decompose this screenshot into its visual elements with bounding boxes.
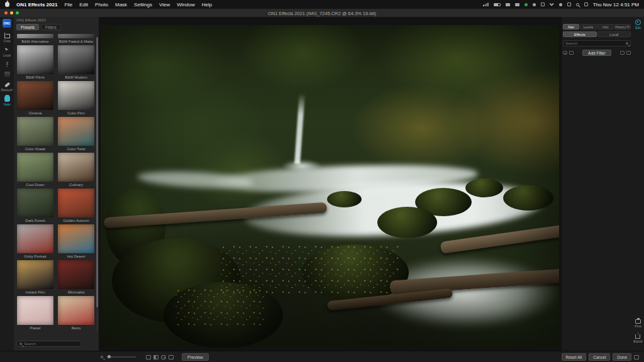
tool-view[interactable]: View: [1, 96, 13, 106]
compare-view-icon[interactable]: [153, 355, 158, 359]
menu-edit[interactable]: Edit: [79, 2, 88, 8]
preset-b-w-faded-matte[interactable]: B&W Faded & Matte: [58, 34, 94, 43]
tab-filters[interactable]: Filters: [41, 24, 61, 30]
tool-label: View: [4, 102, 11, 106]
preview-button[interactable]: Preview: [182, 353, 209, 361]
search-icon[interactable]: [576, 3, 579, 6]
done-button[interactable]: Done: [613, 353, 631, 361]
preset-pastel[interactable]: Pastel: [17, 296, 53, 330]
tool-local[interactable]: Local: [1, 47, 13, 57]
reset-all-button[interactable]: Reset All: [562, 353, 587, 361]
preset-minimalist[interactable]: Minimalist: [58, 260, 94, 294]
preset-color-grade[interactable]: Color Grade: [17, 117, 53, 151]
menu-photo[interactable]: Photo: [95, 2, 108, 8]
preset-b-w-films[interactable]: B&W Films: [17, 45, 53, 79]
menu-window[interactable]: Window: [177, 2, 194, 8]
preset-scrollbar[interactable]: [96, 36, 98, 331]
filter-options-icon[interactable]: [626, 51, 631, 55]
export-button[interactable]: Export: [633, 332, 642, 343]
delete-filter-icon[interactable]: [620, 51, 625, 55]
preset-b-w-alternative[interactable]: B&W Alternative: [17, 34, 53, 43]
tab-local[interactable]: Local: [597, 31, 631, 37]
preset-instant-film[interactable]: Instant Film: [17, 260, 53, 294]
rock: [377, 207, 437, 238]
view-mode-icons: [146, 355, 174, 359]
cancel-button[interactable]: Cancel: [589, 353, 610, 361]
wifi-icon[interactable]: [550, 3, 554, 6]
menu-bar-clock[interactable]: Thu Nov 12 4:51 PM: [593, 2, 639, 8]
presets-panel-header: ON1 Effects 2021: [16, 18, 46, 22]
tool-retouch[interactable]: Retouch: [1, 82, 13, 92]
status-icons: [483, 3, 588, 6]
show-original-eye-icon[interactable]: [161, 355, 166, 359]
preset-culinary[interactable]: Culinary: [58, 153, 94, 187]
preset-retro[interactable]: Retro: [58, 296, 94, 330]
menu-help[interactable]: Help: [202, 2, 212, 8]
preset-thumbnail: [58, 45, 94, 74]
tab-effects[interactable]: Effects: [563, 31, 597, 37]
bottom-bar: Preview Reset All Cancel Done: [0, 351, 644, 362]
tab-presets[interactable]: Presets: [16, 24, 39, 30]
rock: [503, 185, 553, 211]
menu-on1-effects-2021[interactable]: ON1 Effects 2021: [16, 2, 57, 8]
green-status-dot-icon[interactable]: [525, 3, 528, 6]
split-view-icon[interactable]: [169, 355, 174, 359]
globe-icon[interactable]: [559, 3, 562, 6]
history-refresh-icon: ↻: [626, 25, 630, 29]
zoom-slider-knob[interactable]: [108, 355, 111, 358]
cellular-signal-icon[interactable]: [483, 3, 489, 6]
preset-label: Culinary: [58, 183, 94, 187]
autumn-leaves: [220, 244, 399, 293]
menu-view[interactable]: View: [159, 2, 170, 8]
compare-icon[interactable]: [569, 51, 574, 55]
tool-label: Local: [3, 53, 11, 57]
filters-eye-icon[interactable]: [563, 51, 567, 55]
control-center-icon[interactable]: [584, 3, 588, 6]
preset-color-twist[interactable]: Color Twist: [58, 117, 94, 151]
phone-icon[interactable]: [533, 3, 536, 6]
tool-label: Crop: [4, 39, 11, 43]
preset-dark-forest[interactable]: Dark Forest: [17, 189, 53, 222]
edit-module-button[interactable]: Edit: [635, 19, 641, 30]
effects-search-field[interactable]: Search: [563, 40, 631, 47]
menu-file[interactable]: File: [64, 2, 72, 8]
preset-color-film[interactable]: Color Film: [58, 81, 94, 115]
module-rail: Edit Print Export: [632, 17, 644, 351]
preset-hot-desert[interactable]: Hot Desert: [58, 224, 94, 258]
menu-mask[interactable]: Mask: [115, 2, 127, 8]
apple-menu-icon[interactable]: [5, 2, 9, 7]
display-icon[interactable]: [506, 3, 510, 6]
menu-settings[interactable]: Settings: [134, 2, 152, 8]
tab-nav[interactable]: Nav: [563, 24, 579, 30]
preset-gritty-portrait[interactable]: Gritty Portrait: [17, 224, 53, 258]
print-button[interactable]: Print: [635, 319, 641, 328]
on1-logo[interactable]: ON1: [3, 19, 11, 28]
keyboard-icon[interactable]: [515, 3, 519, 6]
tools-list: CropLocalRetouchView: [1, 33, 13, 111]
presets-filters-tabs: PresetsFilters: [16, 24, 61, 30]
preset-label: Golden Autumn: [58, 219, 94, 222]
tab-levels[interactable]: Levels: [580, 24, 596, 30]
preset-thumbnail: [58, 34, 94, 38]
preset-thumbnail: [58, 296, 94, 325]
preset-label: Gritty Portrait: [17, 255, 53, 258]
add-filter-button[interactable]: Add Filter: [582, 50, 611, 56]
input-source-icon[interactable]: [567, 3, 571, 6]
bluetooth-icon[interactable]: [541, 3, 545, 6]
battery-icon[interactable]: [494, 3, 501, 6]
zoom-slider[interactable]: [106, 356, 136, 358]
edited-photo[interactable]: [101, 25, 559, 348]
tab-history[interactable]: History↻: [614, 24, 631, 30]
right-panel: NavLevelsInfoHistory↻ EffectsLocal Searc…: [562, 17, 632, 351]
preset-b-w-modern[interactable]: B&W Modern: [58, 45, 94, 79]
preset-search-field[interactable]: Search: [16, 341, 82, 347]
tool-crop[interactable]: Crop: [1, 33, 13, 43]
preset-cinema[interactable]: Cinema: [17, 81, 53, 115]
local-adjust-arrow-icon: [4, 47, 10, 53]
preset-golden-autumn[interactable]: Golden Autumn: [58, 189, 94, 222]
single-view-icon[interactable]: [146, 355, 151, 359]
preset-cool-down[interactable]: Cool Down: [17, 153, 53, 187]
tab-info[interactable]: Info: [597, 24, 614, 30]
scrollbar-thumb[interactable]: [96, 37, 98, 307]
soft-proof-icon[interactable]: [634, 355, 639, 359]
